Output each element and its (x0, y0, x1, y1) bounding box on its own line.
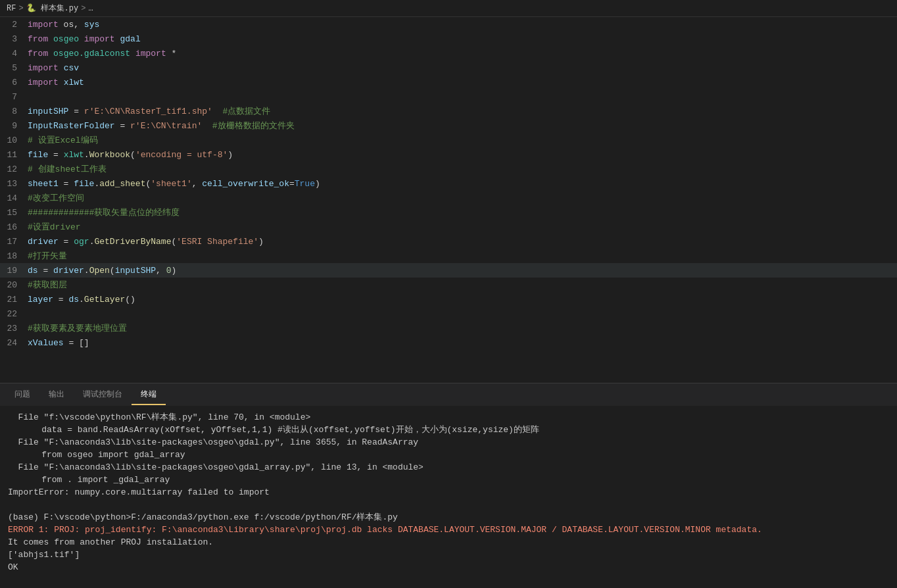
line-content: #改变工作空间 (25, 192, 84, 204)
terminal-line: from . import _gdal_array (8, 474, 889, 486)
line-content: file = xlwt.Workbook('encoding = utf-8') (25, 150, 233, 160)
code-line: 17driver = ogr.GetDriverByName('ESRI Sha… (0, 234, 897, 249)
line-content: # 创建sheet工作表 (25, 163, 107, 175)
panel-tab-输出[interactable]: 输出 (39, 385, 74, 405)
terminal-line: OK (8, 561, 889, 574)
breadcrumb: RF > 🐍 样本集.py > … (0, 0, 897, 17)
line-number: 5 (0, 63, 25, 73)
panel-tab-终端[interactable]: 终端 (132, 385, 166, 405)
code-line: 14#改变工作空间 (0, 191, 897, 205)
code-line: 21layer = ds.GetLayer() (0, 292, 897, 306)
panel-tabs: 问题输出调试控制台终端 (0, 383, 897, 406)
line-content: import os, sys (25, 20, 99, 30)
line-number: 18 (0, 251, 25, 261)
line-number: 23 (0, 324, 25, 333)
terminal-line: It comes from another PROJ installation. (8, 536, 889, 549)
line-content: import xlwt (25, 78, 84, 87)
code-line: 2import os, sys (0, 17, 897, 32)
line-number: 7 (0, 92, 25, 102)
code-line: 24xValues = [] (0, 335, 897, 350)
code-line: 23#获取要素及要素地理位置 (0, 321, 897, 335)
line-number: 6 (0, 78, 25, 87)
line-content: #设置driver (25, 221, 81, 233)
line-number: 9 (0, 121, 25, 131)
line-number: 21 (0, 295, 25, 305)
line-number: 24 (0, 338, 25, 348)
code-line: 11file = xlwt.Workbook('encoding = utf-8… (0, 147, 897, 162)
terminal-line: ImportError: numpy.core.multiarray faile… (8, 486, 889, 499)
line-content: from osgeo import gdal (25, 34, 141, 44)
line-number: 8 (0, 107, 25, 116)
line-number: 11 (0, 150, 25, 160)
code-line: 13sheet1 = file.add_sheet('sheet1', cell… (0, 176, 897, 191)
breadcrumb-file[interactable]: 样本集.py (41, 3, 79, 14)
code-line: 16#设置driver (0, 220, 897, 234)
line-number: 12 (0, 164, 25, 174)
line-content: InputRasterFolder = r'E:\CN\train' #放栅格数… (25, 120, 295, 132)
line-content: inputSHP = r'E:\CN\RasterT_tif1.shp' #点数… (25, 105, 270, 117)
line-content: driver = ogr.GetDriverByName('ESRI Shape… (25, 237, 264, 247)
line-content: #############获取矢量点位的经纬度 (25, 207, 180, 218)
breadcrumb-sep1: > (18, 4, 23, 13)
breadcrumb-dots: … (88, 4, 93, 13)
line-number: 14 (0, 193, 25, 203)
terminal-area[interactable]: File "f:\vscode\python\RF\样本集.py", line … (0, 406, 897, 588)
line-number: 22 (0, 309, 25, 319)
line-content: from osgeo.gdalconst import * (25, 49, 176, 59)
line-content: import csv (25, 63, 79, 73)
line-content: #获取要素及要素地理位置 (25, 322, 127, 334)
code-line: 7 (0, 89, 897, 104)
code-line: 3from osgeo import gdal (0, 32, 897, 46)
code-line: 15#############获取矢量点位的经纬度 (0, 205, 897, 220)
terminal-line: File "F:\anaconda3\lib\site-packages\osg… (8, 436, 889, 449)
file-icon: 🐍 (26, 3, 36, 13)
panel-tab-问题[interactable]: 问题 (5, 385, 39, 405)
line-number: 2 (0, 20, 25, 30)
code-line: 12# 创建sheet工作表 (0, 162, 897, 176)
breadcrumb-rf[interactable]: RF (7, 4, 16, 13)
code-line: 20#获取图层 (0, 278, 897, 292)
line-content: layer = ds.GetLayer() (25, 295, 135, 305)
line-number: 19 (0, 266, 25, 276)
line-number: 15 (0, 208, 25, 218)
terminal-line: File "F:\anaconda3\lib\site-packages\osg… (8, 461, 889, 474)
code-line: 18#打开矢量 (0, 249, 897, 263)
line-content: ds = driver.Open(inputSHP, 0) (25, 266, 176, 276)
code-line: 22 (0, 306, 897, 321)
line-number: 17 (0, 237, 25, 247)
code-line: 5import csv (0, 61, 897, 75)
code-line: 6import xlwt (0, 75, 897, 89)
terminal-line: ['abhjs1.tif'] (8, 549, 889, 561)
code-line: 9InputRasterFolder = r'E:\CN\train' #放栅格… (0, 118, 897, 133)
panel-tab-调试控制台[interactable]: 调试控制台 (74, 385, 132, 405)
terminal-line: data = band.ReadAsArray(xOffset, yOffset… (8, 424, 889, 436)
terminal-line: File "f:\vscode\python\RF\样本集.py", line … (8, 411, 889, 424)
line-content: # 设置Excel编码 (25, 134, 98, 146)
code-line: 19ds = driver.Open(inputSHP, 0) (0, 263, 897, 278)
line-number: 16 (0, 222, 25, 232)
terminal-line: from osgeo import gdal_array (8, 449, 889, 461)
editor-area: 2import os, sys3from osgeo import gdal4f… (0, 17, 897, 383)
line-number: 10 (0, 135, 25, 145)
line-content: #获取图层 (25, 279, 67, 291)
line-content: #打开矢量 (25, 250, 67, 262)
terminal-line: ERROR 1: PROJ: proj_identify: F:\anacond… (8, 524, 889, 536)
line-content: sheet1 = file.add_sheet('sheet1', cell_o… (25, 179, 320, 189)
line-number: 4 (0, 49, 25, 59)
line-number: 20 (0, 280, 25, 290)
line-number: 13 (0, 179, 25, 189)
code-line: 8inputSHP = r'E:\CN\RasterT_tif1.shp' #点… (0, 104, 897, 118)
code-line: 4from osgeo.gdalconst import * (0, 46, 897, 61)
line-content: xValues = [] (25, 338, 89, 348)
breadcrumb-sep2: > (81, 4, 85, 13)
line-number: 3 (0, 34, 25, 44)
terminal-line (8, 499, 889, 511)
terminal-line: (base) F:\vscode\python>F:/anaconda3/pyt… (8, 511, 889, 524)
code-line: 10# 设置Excel编码 (0, 133, 897, 147)
